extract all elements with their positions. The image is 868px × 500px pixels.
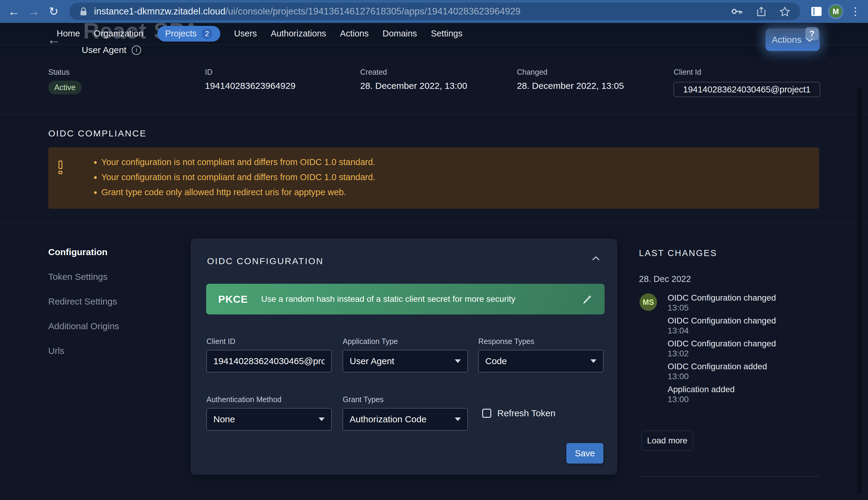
load-more-button[interactable]: Load more	[641, 431, 693, 451]
authentication-method-value: None	[213, 414, 315, 424]
address-bar[interactable]: instance1-dkmnzw.zitadel.cloud/ui/consol…	[69, 3, 800, 20]
browser-forward-icon[interactable]: →	[25, 0, 42, 23]
app-meta-row: Status Active ID 194140283623964929 Crea…	[48, 68, 820, 97]
response-types-select[interactable]: Code	[478, 350, 603, 372]
response-types-field: Response Types Code	[478, 337, 603, 372]
nav-item[interactable]: Users	[234, 29, 257, 38]
nav-item[interactable]: Actions	[340, 29, 369, 38]
change-event-list: OIDC Configuration changed 13:05 OIDC Co…	[668, 293, 776, 407]
nav-item[interactable]: Domains	[382, 29, 417, 38]
client-id-input[interactable]	[207, 350, 332, 372]
nav-item-label: Projects	[165, 29, 197, 38]
collapse-chevron-up-icon[interactable]	[591, 255, 600, 261]
settings-side-nav: Configuration Token Settings Redirect Se…	[48, 247, 119, 371]
warning-icon	[58, 160, 63, 174]
grant-types-select[interactable]: Authorization Code	[343, 408, 468, 430]
help-button[interactable]: ?	[805, 27, 819, 41]
refresh-token-option[interactable]: Refresh Token	[482, 408, 555, 418]
side-nav-item[interactable]: Urls	[48, 346, 119, 356]
client-id-chip[interactable]: 194140283624030465@project1	[674, 82, 820, 97]
application-type-select[interactable]: User Agent	[343, 350, 468, 372]
changed-value: 28. December 2022, 13:05	[517, 81, 674, 91]
side-nav-item[interactable]: Additional Origins	[48, 321, 119, 331]
client-id-field-label: Client ID	[207, 337, 332, 346]
nav-item-label: Settings	[431, 29, 463, 38]
application-type-value: User Agent	[349, 356, 451, 366]
pkce-banner: PKCE Use a random hash instead of a stat…	[206, 284, 604, 315]
change-event-time: 13:00	[668, 372, 776, 381]
change-event: OIDC Configuration changed 13:02	[668, 339, 776, 362]
main-nav: Home Organization Projects2 Users Author…	[0, 23, 868, 45]
created-label: Created	[360, 68, 517, 77]
warning-list: Your configuration is not compliant and …	[93, 155, 375, 200]
browser-toolbar: ← → ↻ instance1-dkmnzw.zitadel.cloud/ui/…	[0, 0, 868, 23]
side-nav-item[interactable]: Configuration	[48, 247, 119, 257]
change-event-title: OIDC Configuration added	[668, 362, 776, 372]
warning-item: Grant type code only allowed http redire…	[101, 185, 375, 200]
browser-back-icon[interactable]: ←	[5, 0, 22, 23]
dropdown-arrow-icon	[455, 418, 461, 421]
refresh-token-label: Refresh Token	[497, 408, 555, 418]
bookmark-star-icon[interactable]	[780, 7, 790, 16]
client-id-field: Client ID	[207, 337, 332, 372]
grant-types-label: Grant Types	[343, 395, 468, 404]
authentication-method-field: Authentication Method None	[207, 395, 332, 430]
key-icon[interactable]	[732, 8, 743, 15]
application-type-field: Application Type User Agent	[343, 337, 468, 372]
nav-item[interactable]: Authorizations	[271, 29, 326, 38]
url-host: instance1-dkmnzw.zitadel.cloud	[94, 6, 225, 16]
change-event: OIDC Configuration added 13:00	[668, 362, 776, 384]
nav-item-label: Home	[57, 29, 80, 38]
authentication-method-label: Authentication Method	[207, 395, 332, 404]
warning-item: Your configuration is not compliant and …	[101, 155, 375, 170]
change-event-time: 13:00	[668, 395, 776, 404]
oidc-configuration-card: OIDC CONFIGURATION PKCE Use a random has…	[190, 239, 617, 475]
nav-item[interactable]: Projects2	[157, 26, 220, 42]
url-text: instance1-dkmnzw.zitadel.cloud/ui/consol…	[94, 6, 521, 17]
share-icon[interactable]	[757, 6, 766, 16]
browser-profile-avatar[interactable]: M	[830, 5, 842, 18]
change-event-title: Application added	[668, 384, 776, 395]
info-icon[interactable]: i	[132, 45, 141, 55]
authentication-method-select[interactable]: None	[207, 408, 332, 430]
page-scrollbar[interactable]	[857, 87, 862, 494]
warning-item: Your configuration is not compliant and …	[101, 170, 375, 185]
side-panel-icon[interactable]	[811, 7, 822, 16]
edit-pencil-icon[interactable]	[582, 294, 592, 304]
actions-dropdown-label: Actions	[772, 35, 801, 45]
changed-label: Changed	[517, 68, 674, 77]
created-value: 28. December 2022, 13:00	[360, 81, 517, 91]
browser-menu-icon[interactable]: ⋮	[849, 0, 862, 23]
url-path: /ui/console/projects/194136146127618305/…	[225, 6, 521, 16]
user-avatar: MS	[639, 293, 657, 311]
compliance-warning-box: Your configuration is not compliant and …	[48, 147, 819, 209]
application-type-label: Application Type	[343, 337, 468, 346]
side-nav-item[interactable]: Redirect Settings	[48, 296, 119, 307]
nav-item[interactable]: Settings	[431, 29, 463, 38]
nav-item-label: Users	[234, 29, 257, 38]
nav-item-label: Domains	[382, 29, 417, 38]
app-subtitle: User Agent i	[82, 45, 141, 55]
pkce-description: Use a random hash instead of a static cl…	[261, 294, 515, 304]
id-value: 194140283623964929	[205, 81, 360, 91]
id-label: ID	[205, 68, 360, 77]
lock-icon	[80, 7, 87, 16]
nav-item[interactable]: Home	[57, 29, 80, 38]
browser-reload-icon[interactable]: ↻	[45, 0, 62, 23]
change-event-time: 13:05	[668, 303, 776, 312]
pkce-badge: PKCE	[218, 293, 248, 305]
side-nav-item[interactable]: Token Settings	[48, 272, 119, 282]
change-event-title: OIDC Configuration changed	[668, 293, 776, 303]
status-badge: Active	[48, 81, 82, 94]
card-title: OIDC CONFIGURATION	[207, 256, 324, 266]
nav-item-label: Organization	[94, 29, 143, 38]
last-changes-panel: LAST CHANGES 28. Dec 2022 MS OIDC Config…	[639, 248, 822, 258]
save-button[interactable]: Save	[566, 443, 603, 464]
grant-types-field: Grant Types Authorization Code	[343, 395, 468, 430]
app-header: React SPA ← Home Organization Projects2 …	[0, 23, 868, 57]
refresh-token-checkbox[interactable]	[482, 409, 491, 418]
grant-types-value: Authorization Code	[349, 414, 451, 424]
nav-item[interactable]: Organization	[94, 29, 143, 38]
client-id-label: Client Id	[674, 68, 820, 77]
change-event: OIDC Configuration changed 13:04	[668, 316, 776, 339]
